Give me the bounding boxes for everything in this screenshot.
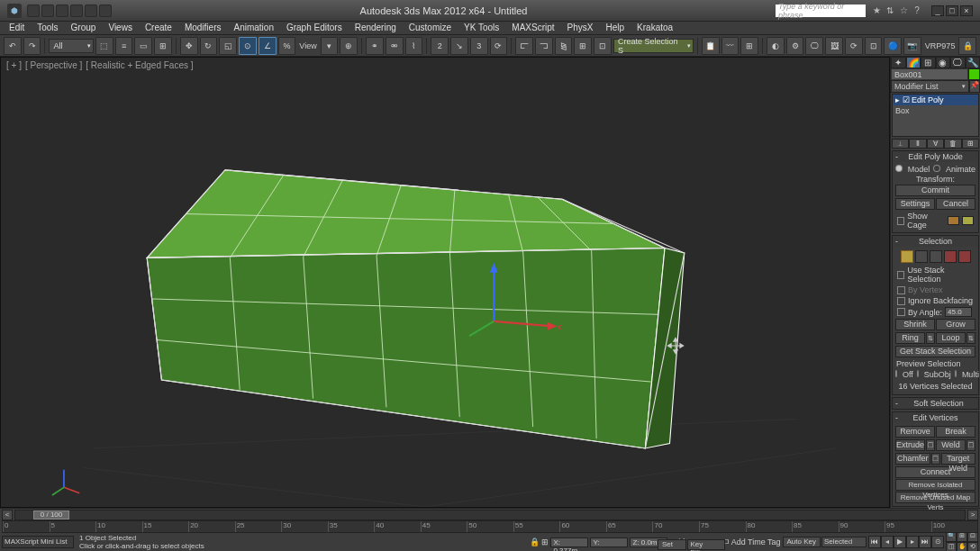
ignore-back-check[interactable]: [897, 297, 905, 305]
modifier-stack[interactable]: ▸ ☑ Edit Poly Box: [892, 94, 979, 137]
angle-spinner[interactable]: 45.0: [945, 307, 972, 317]
unlink-icon[interactable]: ⚮: [386, 37, 404, 55]
cancel-button[interactable]: Cancel: [936, 198, 975, 210]
object-color-swatch[interactable]: [968, 68, 980, 80]
timeline-ruler[interactable]: 0 5 10 15 20 25 30 35 40 45 50 55 60 65 …: [2, 520, 978, 533]
use-pivot-icon[interactable]: ⊕: [340, 37, 358, 55]
radio-model[interactable]: [895, 165, 903, 172]
menu-maxscript[interactable]: MAXScript: [506, 22, 559, 34]
render-aregion-icon[interactable]: ⊡: [865, 37, 883, 55]
border-mode-icon[interactable]: [930, 250, 942, 263]
app-icon[interactable]: ⬢: [7, 4, 22, 18]
autokey-button[interactable]: Auto Key: [783, 537, 821, 547]
help-search-input[interactable]: Type a keyword or phrase: [776, 5, 866, 17]
qat-link-icon[interactable]: [99, 5, 112, 17]
snap-3d-icon[interactable]: 3: [470, 37, 488, 55]
menu-graph-editors[interactable]: Graph Editors: [281, 22, 348, 34]
pin-icon[interactable]: ⟂: [892, 139, 909, 149]
get-stack-button[interactable]: Get Stack Selection: [895, 346, 975, 357]
show-cage-check[interactable]: [897, 217, 904, 225]
orbit-icon[interactable]: ⟲: [967, 542, 978, 551]
menu-animation[interactable]: Animation: [228, 22, 278, 34]
rollout-head-mode[interactable]: Edit Poly Mode: [893, 151, 978, 162]
pin-stack-icon[interactable]: 📌: [969, 80, 980, 93]
object-name-field[interactable]: Box001: [891, 68, 968, 80]
rollout-head-soft[interactable]: Soft Selection: [893, 398, 978, 409]
quick-render-icon[interactable]: 🔵: [884, 37, 902, 55]
select-move-icon[interactable]: ✥: [180, 37, 198, 55]
help-balloon-icon[interactable]: ☆: [898, 5, 909, 16]
menu-group[interactable]: Group: [66, 22, 102, 34]
mirror-icon[interactable]: ⧎: [555, 37, 573, 55]
tab-motion-icon[interactable]: ◉: [936, 57, 951, 68]
snap-25d-icon[interactable]: ↘: [450, 37, 468, 55]
settings-button[interactable]: Settings: [895, 198, 935, 210]
viewport-shading-menu[interactable]: [ Realistic + Edged Faces ]: [86, 60, 193, 70]
render-cam-icon[interactable]: 📷: [903, 37, 921, 55]
ring-button[interactable]: Ring: [895, 332, 925, 344]
goto-start-icon[interactable]: ⏮: [868, 536, 881, 548]
tab-utilities-icon[interactable]: 🔧: [966, 57, 981, 68]
play-icon[interactable]: ▶: [894, 536, 906, 548]
menu-krakatoa[interactable]: Krakatoa: [631, 22, 678, 34]
select-by-name-icon[interactable]: ≡: [115, 37, 133, 55]
render-iter-icon[interactable]: ⟳: [845, 37, 863, 55]
radio-animate[interactable]: [933, 165, 940, 172]
percent-snap-icon[interactable]: %: [278, 37, 296, 55]
selection-filter-dropdown[interactable]: All: [49, 39, 94, 53]
minimize-button[interactable]: _: [931, 5, 944, 16]
spinner-snap-icon[interactable]: ⟳: [490, 37, 508, 55]
radio-subobj[interactable]: [917, 370, 919, 377]
close-button[interactable]: ×: [960, 5, 973, 16]
chamfer-opt-icon[interactable]: □: [931, 453, 940, 465]
prev-frame-icon[interactable]: ◂: [881, 536, 894, 548]
named-selection-dropdown[interactable]: Create Selection S: [613, 39, 694, 53]
menu-help[interactable]: Help: [601, 22, 631, 34]
cage-color2[interactable]: [962, 216, 974, 225]
setkey-button[interactable]: Set Key: [658, 539, 686, 550]
remove-iso-button[interactable]: Remove Isolated Vertices: [895, 479, 975, 491]
menu-views[interactable]: Views: [103, 22, 138, 34]
menu-edit[interactable]: Edit: [4, 22, 30, 34]
menu-create[interactable]: Create: [140, 22, 177, 34]
maxscript-listener[interactable]: MAXScript Mini List: [2, 536, 74, 548]
array-icon[interactable]: ⊞: [574, 37, 592, 55]
select-region-icon[interactable]: ▭: [134, 37, 152, 55]
key-mode-icon[interactable]: ⊙: [931, 536, 944, 548]
layer-manager-icon[interactable]: 📋: [702, 37, 720, 55]
commit-button[interactable]: Commit: [895, 185, 975, 196]
window-crossing-icon[interactable]: ⊞: [154, 37, 172, 55]
render-setup-icon[interactable]: ⚙: [786, 37, 804, 55]
fov-icon[interactable]: ◫: [946, 542, 957, 551]
viewport-view-menu[interactable]: [ Perspective ]: [25, 60, 82, 70]
by-angle-check[interactable]: [897, 308, 905, 316]
time-slider-track[interactable]: 0 / 100: [14, 510, 966, 520]
maximize-button[interactable]: □: [946, 5, 958, 16]
remove-button[interactable]: Remove: [895, 426, 935, 438]
snapshot-icon[interactable]: ⊡: [594, 37, 612, 55]
rollout-head-selection[interactable]: Selection: [893, 236, 978, 247]
redo-icon[interactable]: ↷: [23, 37, 41, 55]
align-icon[interactable]: ⫍: [515, 37, 533, 55]
shrink-button[interactable]: Shrink: [895, 319, 935, 330]
configure-icon[interactable]: ⊞: [962, 139, 979, 149]
prev-key-icon[interactable]: <: [2, 510, 13, 520]
unique-icon[interactable]: ∀: [927, 139, 944, 149]
menu-tools[interactable]: Tools: [32, 22, 63, 34]
snap-toggle-icon[interactable]: ⊙: [239, 37, 257, 55]
loop-spinner[interactable]: ⇅: [966, 332, 975, 344]
next-frame-icon[interactable]: ▸: [906, 536, 919, 548]
goto-end-icon[interactable]: ⏭: [919, 536, 931, 548]
viewport-3d-content[interactable]: x: [1, 58, 889, 507]
extrude-button[interactable]: Extrude: [895, 439, 925, 451]
bind-spacewarp-icon[interactable]: ⌇: [405, 37, 423, 55]
x-coord-field[interactable]: X: 0.377m: [550, 537, 588, 547]
pan-icon[interactable]: ✋: [957, 542, 967, 551]
curve-editor-icon[interactable]: 〰: [721, 37, 740, 55]
weld-button[interactable]: Weld: [936, 439, 966, 451]
abs-rel-icon[interactable]: ⊞: [541, 537, 549, 546]
quickalign-icon[interactable]: ⫎: [535, 37, 553, 55]
tab-modify-icon[interactable]: 🌈: [906, 57, 921, 68]
menu-customize[interactable]: Customize: [404, 22, 457, 34]
extrude-opt-icon[interactable]: □: [926, 439, 935, 451]
